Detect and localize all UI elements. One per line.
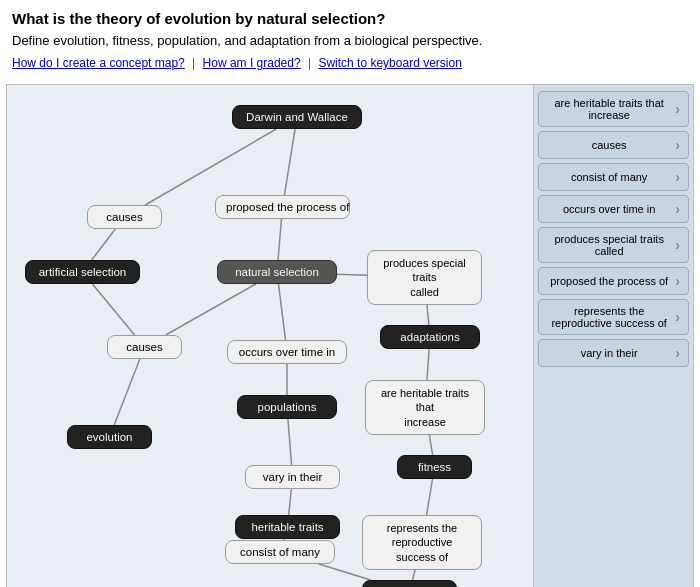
node-heritable_traits[interactable]: heritable traits (235, 515, 340, 539)
main-area: Darwin and Wallacenatural selectionartif… (6, 84, 694, 587)
node-natural_selection[interactable]: natural selection (217, 260, 337, 284)
page-subtitle: Define evolution, fitness, population, a… (12, 33, 688, 48)
create-concept-map-link[interactable]: How do I create a concept map? (12, 56, 185, 70)
node-causes1[interactable]: causes (87, 205, 162, 229)
right-panel: are heritable traits that increase›cause… (533, 85, 693, 587)
svg-line-0 (284, 129, 295, 195)
panel-item-7[interactable]: vary in their› (538, 339, 689, 367)
svg-line-16 (289, 489, 292, 515)
node-individuals[interactable]: individuals (362, 580, 457, 587)
page-title: What is the theory of evolution by natur… (12, 10, 688, 27)
svg-line-11 (427, 349, 429, 380)
node-occurs[interactable]: occurs over time in (227, 340, 347, 364)
svg-line-12 (429, 435, 432, 455)
node-represents[interactable]: represents the reproductive success of (362, 515, 482, 570)
node-causes2[interactable]: causes (107, 335, 182, 359)
keyboard-version-link[interactable]: Switch to keyboard version (318, 56, 461, 70)
svg-line-8 (92, 284, 134, 335)
node-artificial_selection[interactable]: artificial selection (25, 260, 140, 284)
svg-line-6 (166, 284, 256, 335)
node-evolution[interactable]: evolution (67, 425, 152, 449)
node-vary[interactable]: vary in their (245, 465, 340, 489)
concept-map-canvas[interactable]: Darwin and Wallacenatural selectionartif… (7, 85, 533, 587)
svg-line-7 (114, 359, 140, 425)
svg-line-14 (413, 570, 416, 580)
page-links: How do I create a concept map? | How am … (12, 56, 688, 70)
node-produces[interactable]: produces special traits called (367, 250, 482, 305)
svg-line-9 (279, 284, 286, 340)
node-are_heritable[interactable]: are heritable traits that increase (365, 380, 485, 435)
node-proposed[interactable]: proposed the process of (215, 195, 350, 219)
panel-item-3[interactable]: occurs over time in› (538, 195, 689, 223)
node-consist[interactable]: consist of many (225, 540, 335, 564)
svg-line-5 (427, 305, 429, 325)
svg-line-15 (288, 419, 292, 465)
node-populations[interactable]: populations (237, 395, 337, 419)
page-header: What is the theory of evolution by natur… (0, 0, 700, 84)
panel-item-0[interactable]: are heritable traits that increase› (538, 91, 689, 127)
panel-item-6[interactable]: represents the reproductive success of› (538, 299, 689, 335)
svg-line-13 (427, 479, 433, 515)
svg-line-1 (278, 219, 281, 260)
svg-line-2 (145, 129, 276, 205)
panel-item-5[interactable]: proposed the process of› (538, 267, 689, 295)
svg-line-4 (337, 274, 367, 275)
panel-item-4[interactable]: produces special traits called› (538, 227, 689, 263)
node-fitness[interactable]: fitness (397, 455, 472, 479)
panel-item-1[interactable]: causes› (538, 131, 689, 159)
node-darwin[interactable]: Darwin and Wallace (232, 105, 362, 129)
graded-link[interactable]: How am I graded? (203, 56, 301, 70)
svg-line-3 (92, 229, 116, 260)
node-adaptations[interactable]: adaptations (380, 325, 480, 349)
panel-item-2[interactable]: consist of many› (538, 163, 689, 191)
